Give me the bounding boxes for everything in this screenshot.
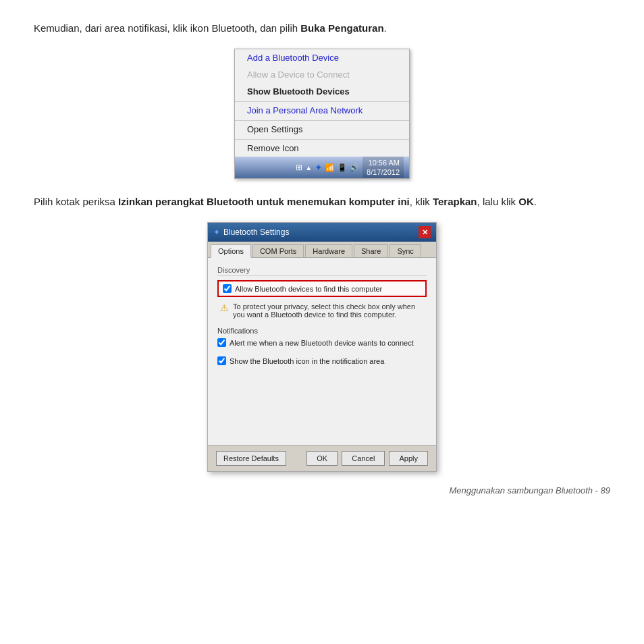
para2-text-normal1: Pilih kotak periksa	[34, 196, 118, 207]
taskbar-time: 10:56 AM	[367, 158, 400, 167]
page-footer: Menggunakan sambungan Bluetooth - 89	[34, 485, 610, 495]
taskbar-signal-icon: 📶	[325, 163, 335, 172]
menu-item-allow-connect[interactable]: Allow a Device to Connect	[235, 66, 409, 83]
menu-item-join-network[interactable]: Join a Personal Area Network	[235, 101, 409, 119]
dialog-screenshot: ✦ Bluetooth Settings ✕ Options COM Ports…	[34, 222, 610, 472]
para2-text-end: .	[534, 196, 537, 207]
tab-com-ports[interactable]: COM Ports	[252, 244, 304, 257]
tab-options[interactable]: Options	[211, 244, 251, 258]
allow-bluetooth-checkbox[interactable]	[223, 284, 232, 293]
cancel-button[interactable]: Cancel	[342, 451, 385, 466]
warning-row: ⚠ To protect your privacy, select this c…	[217, 302, 427, 319]
taskbar-date: 8/17/2012	[367, 167, 400, 177]
warning-text: To protect your privacy, select this che…	[233, 302, 427, 319]
dialog-tabs: Options COM Ports Hardware Share Sync	[208, 242, 436, 258]
show-icon-label: Show the Bluetooth icon in the notificat…	[230, 357, 384, 365]
context-menu: Add a Bluetooth Device Allow a Device to…	[234, 49, 410, 179]
para2-text-bold3: OK	[518, 196, 534, 207]
dialog-footer-buttons: OK Cancel Apply	[306, 451, 428, 466]
alert-checkbox[interactable]	[217, 338, 226, 347]
dialog-title-text: Bluetooth Settings	[223, 227, 289, 237]
taskbar-volume-icon: 🔊	[350, 163, 359, 172]
para2-text-bold2: Terapkan	[433, 196, 477, 207]
para2-text-normal3: , lalu klik	[477, 196, 519, 207]
para1-text-end: .	[384, 22, 387, 34]
show-icon-checkbox[interactable]	[217, 356, 226, 365]
taskbar-grid-icon: ⊞	[296, 163, 302, 172]
menu-item-remove-icon[interactable]: Remove Icon	[235, 139, 409, 157]
dialog-title-area: ✦ Bluetooth Settings	[213, 227, 289, 237]
para2-text-normal2: , klik	[410, 196, 433, 207]
taskbar-arrow-icon: ▲	[305, 164, 312, 171]
para1-text-normal: Kemudian, dari area notifikasi, klik iko…	[34, 22, 300, 34]
discovery-label: Discovery	[217, 266, 427, 276]
tab-share[interactable]: Share	[354, 244, 388, 257]
taskbar: ⊞ ▲ ✦ 📶 📱 🔊 10:56 AM 8/17/2012	[235, 157, 409, 178]
taskbar-phone-icon: 📱	[338, 163, 347, 172]
paragraph-2: Pilih kotak periksa Izinkan perangkat Bl…	[34, 194, 610, 210]
bluetooth-settings-dialog: ✦ Bluetooth Settings ✕ Options COM Ports…	[207, 222, 437, 472]
footer-text: Menggunakan sambungan Bluetooth - 89	[449, 485, 610, 495]
ok-button[interactable]: OK	[306, 451, 338, 466]
show-icon-checkbox-row: Show the Bluetooth icon in the notificat…	[217, 356, 427, 365]
menu-item-show-devices[interactable]: Show Bluetooth Devices	[235, 83, 409, 100]
dialog-footer: Restore Defaults OK Cancel Apply	[208, 445, 436, 471]
notifications-label: Notifications	[217, 327, 427, 335]
dialog-titlebar: ✦ Bluetooth Settings ✕	[208, 223, 436, 242]
alert-checkbox-row: Alert me when a new Bluetooth device wan…	[217, 338, 427, 347]
para2-text-bold1: Izinkan perangkat Bluetooth untuk menemu…	[118, 196, 410, 207]
alert-label: Alert me when a new Bluetooth device wan…	[230, 339, 414, 347]
warning-icon: ⚠	[220, 302, 229, 319]
dialog-body: Discovery Allow Bluetooth devices to fin…	[208, 258, 436, 445]
allow-bluetooth-checkbox-row: Allow Bluetooth devices to find this com…	[217, 280, 427, 297]
taskbar-icons: ⊞ ▲ ✦ 📶 📱 🔊	[296, 162, 359, 173]
taskbar-bluetooth-icon: ✦	[315, 162, 323, 173]
menu-item-open-settings[interactable]: Open Settings	[235, 120, 409, 138]
dialog-bluetooth-icon: ✦	[213, 227, 220, 237]
context-menu-screenshot: Add a Bluetooth Device Allow a Device to…	[34, 49, 610, 179]
tab-sync[interactable]: Sync	[390, 244, 421, 257]
allow-bluetooth-label: Allow Bluetooth devices to find this com…	[235, 285, 382, 293]
dialog-close-button[interactable]: ✕	[419, 226, 431, 238]
restore-defaults-button[interactable]: Restore Defaults	[216, 451, 286, 466]
apply-button[interactable]: Apply	[389, 451, 428, 466]
tab-hardware[interactable]: Hardware	[305, 244, 352, 257]
para1-text-bold: Buka Pengaturan	[300, 22, 383, 34]
menu-item-add-device[interactable]: Add a Bluetooth Device	[235, 49, 409, 66]
taskbar-time-display: 10:56 AM 8/17/2012	[363, 157, 404, 179]
paragraph-1: Kemudian, dari area notifikasi, klik iko…	[34, 20, 610, 36]
